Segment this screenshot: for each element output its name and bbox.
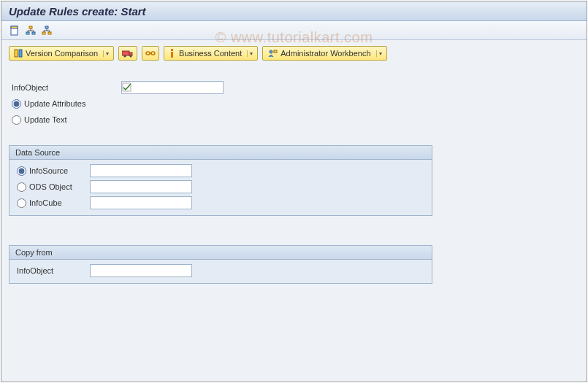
update-attributes-row: Update Attributes — [9, 96, 579, 112]
admin-workbench-label: Administrator Workbench — [280, 49, 370, 58]
infosource-radio[interactable] — [17, 166, 26, 176]
ods-radio[interactable] — [17, 182, 26, 192]
update-attributes-option[interactable]: Update Attributes — [12, 99, 85, 109]
infocube-label: InfoCube — [29, 198, 62, 207]
ods-row: ODS Object — [14, 179, 427, 195]
business-content-button[interactable]: Business Content ▾ — [164, 46, 258, 61]
infoobject-row: InfoObject — [9, 80, 579, 96]
update-text-radio[interactable] — [12, 115, 21, 125]
link-button[interactable] — [142, 46, 159, 61]
workbench-icon — [267, 49, 278, 58]
data-source-title: Data Source — [9, 146, 432, 160]
svg-rect-18 — [171, 52, 173, 58]
infosource-option[interactable]: InfoSource — [17, 166, 90, 176]
svg-rect-2 — [29, 26, 32, 28]
svg-rect-20 — [274, 50, 277, 53]
ods-option[interactable]: ODS Object — [17, 182, 90, 192]
compare-icon — [14, 49, 23, 58]
infocube-radio[interactable] — [17, 198, 26, 208]
data-source-group: Data Source InfoSource ODS Object — [9, 145, 432, 216]
ods-input[interactable] — [90, 180, 192, 193]
dropdown-icon: ▾ — [103, 50, 109, 57]
app-window: Update Rules create: Start © www.tutoria… — [1, 1, 587, 382]
copy-from-title: Copy from — [9, 246, 432, 260]
data-source-body: InfoSource ODS Object InfoCube — [9, 160, 432, 215]
svg-rect-10 — [122, 51, 129, 55]
info-icon — [169, 49, 176, 58]
update-text-row: Update Text — [9, 112, 579, 128]
svg-point-19 — [270, 50, 272, 53]
hierarchy-alt-icon[interactable] — [41, 25, 53, 36]
svg-rect-3 — [26, 32, 29, 34]
truck-icon — [122, 49, 134, 58]
infosource-label: InfoSource — [29, 166, 68, 175]
business-content-label: Business Content — [179, 49, 242, 58]
svg-rect-8 — [15, 50, 18, 57]
transport-button[interactable] — [118, 46, 137, 61]
svg-point-13 — [130, 55, 132, 58]
icon-toolbar — [1, 21, 587, 40]
infosource-row: InfoSource — [14, 163, 427, 179]
svg-rect-1 — [11, 26, 18, 28]
infosource-input[interactable] — [90, 164, 192, 177]
svg-rect-5 — [45, 26, 48, 28]
link-icon — [145, 49, 156, 58]
hierarchy-icon[interactable] — [25, 25, 37, 36]
infocube-row: InfoCube — [14, 195, 427, 211]
update-attributes-radio[interactable] — [12, 99, 21, 109]
version-comparison-button[interactable]: Version Comparison ▾ — [9, 46, 114, 61]
svg-point-12 — [124, 55, 126, 58]
svg-rect-4 — [32, 32, 35, 34]
copy-from-group: Copy from InfoObject — [9, 245, 432, 284]
svg-rect-9 — [19, 50, 22, 57]
ods-label: ODS Object — [29, 182, 72, 191]
infocube-input[interactable] — [90, 196, 192, 209]
update-text-label: Update Text — [24, 115, 67, 124]
content-area: Version Comparison ▾ Business Content ▾ … — [1, 40, 587, 381]
infoobject-input[interactable] — [121, 81, 224, 94]
admin-workbench-button[interactable]: Administrator Workbench ▾ — [262, 46, 386, 61]
copy-from-body: InfoObject — [9, 260, 432, 283]
svg-rect-7 — [48, 32, 51, 34]
update-text-option[interactable]: Update Text — [12, 115, 67, 125]
svg-rect-6 — [42, 32, 45, 34]
document-icon[interactable] — [9, 25, 20, 36]
dropdown-icon: ▾ — [247, 50, 253, 57]
update-attributes-label: Update Attributes — [24, 99, 85, 108]
copy-infoobject-label: InfoObject — [17, 266, 90, 275]
dropdown-icon: ▾ — [376, 50, 382, 57]
svg-rect-17 — [171, 49, 173, 51]
copy-infoobject-input[interactable] — [90, 264, 192, 277]
page-title: Update Rules create: Start — [1, 1, 587, 21]
button-toolbar: Version Comparison ▾ Business Content ▾ … — [9, 46, 579, 61]
infocube-option[interactable]: InfoCube — [17, 198, 90, 208]
copy-infoobject-row: InfoObject — [14, 263, 427, 279]
version-comparison-label: Version Comparison — [26, 49, 98, 58]
infoobject-label: InfoObject — [12, 83, 121, 92]
svg-rect-11 — [129, 53, 132, 55]
